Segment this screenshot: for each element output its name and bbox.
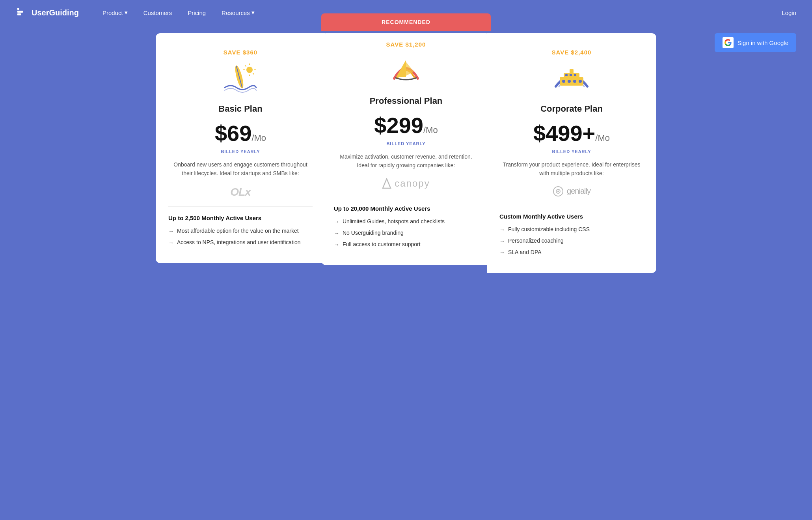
svg-line-11	[253, 73, 254, 75]
svg-rect-22	[574, 74, 576, 76]
basic-mau: Up to 2,500 Monthly Active Users	[168, 215, 313, 221]
svg-point-19	[579, 80, 582, 83]
corp-price: $499+/Mo	[499, 120, 644, 146]
genially-logo-icon	[553, 186, 564, 197]
pricing-cards-container: SAVE $360	[16, 33, 796, 273]
pro-customer-logo: canopy	[334, 178, 478, 189]
svg-point-17	[568, 80, 571, 83]
svg-point-16	[562, 80, 565, 83]
svg-line-10	[245, 65, 246, 67]
svg-rect-2	[17, 13, 21, 15]
feature-item: →Personalized coaching	[499, 238, 644, 244]
nav-product[interactable]: Product ▾	[102, 9, 128, 16]
pro-description: Maximize activation, customer revenue, a…	[334, 152, 478, 170]
basic-plan-name: Basic Plan	[168, 104, 313, 114]
corp-plan-icon	[499, 62, 644, 97]
surfboard-icon	[223, 62, 258, 94]
basic-save-amount: $360	[243, 49, 257, 56]
feature-item: →Most affordable option for the value on…	[168, 228, 313, 234]
pricing-section: Sign in with Google SAVE $360	[0, 25, 812, 297]
arrow-icon: →	[499, 226, 505, 233]
pro-save-amount: $1,200	[406, 41, 426, 48]
corp-billing-label: BILLED YEARLY	[499, 149, 644, 154]
svg-rect-0	[17, 8, 19, 10]
pro-plan-icon	[334, 54, 478, 90]
feature-item: →No Userguiding branding	[334, 230, 478, 236]
canopy-triangle-icon	[382, 178, 391, 189]
arrow-icon: →	[499, 249, 505, 256]
corp-description: Transform your product experience. Ideal…	[499, 160, 644, 178]
arrow-icon: →	[334, 230, 339, 236]
logo-icon	[16, 6, 28, 19]
basic-plan-card: SAVE $360	[156, 33, 325, 263]
professional-plan-card: RECOMMENDED SAVE $1,200 Professional Pla…	[321, 33, 491, 265]
feature-item: →Full access to customer support	[334, 241, 478, 248]
feature-item: →Fully customizable including CSS	[499, 226, 644, 233]
corp-features: →Fully customizable including CSS →Perso…	[499, 226, 644, 256]
basic-plan-icon	[168, 62, 313, 97]
feature-item: →SLA and DPA	[499, 249, 644, 256]
recommended-badge: RECOMMENDED	[321, 13, 491, 31]
corp-mau: Custom Monthly Active Users	[499, 213, 644, 220]
corp-plan-name: Corporate Plan	[499, 104, 644, 114]
chevron-down-icon-resources: ▾	[251, 9, 255, 16]
svg-point-5	[246, 67, 253, 73]
nav-customers[interactable]: Customers	[143, 9, 172, 16]
basic-price: $69/Mo	[168, 120, 313, 146]
svg-marker-12	[383, 179, 391, 188]
basic-save-label: SAVE $360	[168, 49, 313, 56]
svg-rect-1	[17, 11, 23, 13]
sailboat-icon	[388, 54, 424, 86]
arrow-icon: →	[168, 228, 174, 234]
pro-plan-name: Professional Plan	[334, 96, 478, 106]
svg-rect-15	[570, 69, 574, 74]
svg-point-25	[557, 191, 559, 192]
pro-features: →Unlimited Guides, hotspots and checklis…	[334, 218, 478, 248]
pro-billing-label: BILLED YEARLY	[334, 141, 478, 146]
corp-save-amount: $2,400	[571, 49, 592, 56]
arrow-icon: →	[168, 239, 174, 246]
feature-item: →Access to NPS, integrations and user id…	[168, 239, 313, 246]
chevron-down-icon: ▾	[125, 9, 128, 16]
basic-divider	[168, 206, 313, 207]
pro-divider	[334, 197, 478, 197]
cruise-ship-icon	[552, 62, 591, 94]
brand-name: UserGuiding	[32, 8, 79, 17]
nav-login[interactable]: Login	[782, 9, 796, 16]
pro-mau: Up to 20,000 Monthly Active Users	[334, 205, 478, 212]
nav-pricing[interactable]: Pricing	[188, 9, 206, 16]
arrow-icon: →	[334, 241, 339, 248]
basic-billing-label: BILLED YEARLY	[168, 149, 313, 154]
svg-point-18	[573, 80, 576, 83]
logo[interactable]: UserGuiding	[16, 6, 79, 19]
corp-customer-logo: genially	[499, 186, 644, 197]
nav-resources[interactable]: Resources ▾	[222, 9, 255, 16]
feature-item: →Unlimited Guides, hotspots and checklis…	[334, 218, 478, 225]
corporate-plan-card: SAVE $2,400	[487, 33, 656, 273]
arrow-icon: →	[499, 238, 505, 244]
corp-save-label: SAVE $2,400	[499, 49, 644, 56]
corp-divider	[499, 205, 644, 205]
svg-rect-20	[565, 74, 568, 76]
svg-rect-21	[570, 74, 572, 76]
arrow-icon: →	[334, 219, 339, 225]
pro-price: $299/Mo	[334, 112, 478, 138]
basic-customer-logo: OLx	[168, 186, 313, 198]
basic-description: Onboard new users and engage customers t…	[168, 160, 313, 178]
basic-features: →Most affordable option for the value on…	[168, 228, 313, 246]
pro-save-label: SAVE $1,200	[334, 41, 478, 48]
